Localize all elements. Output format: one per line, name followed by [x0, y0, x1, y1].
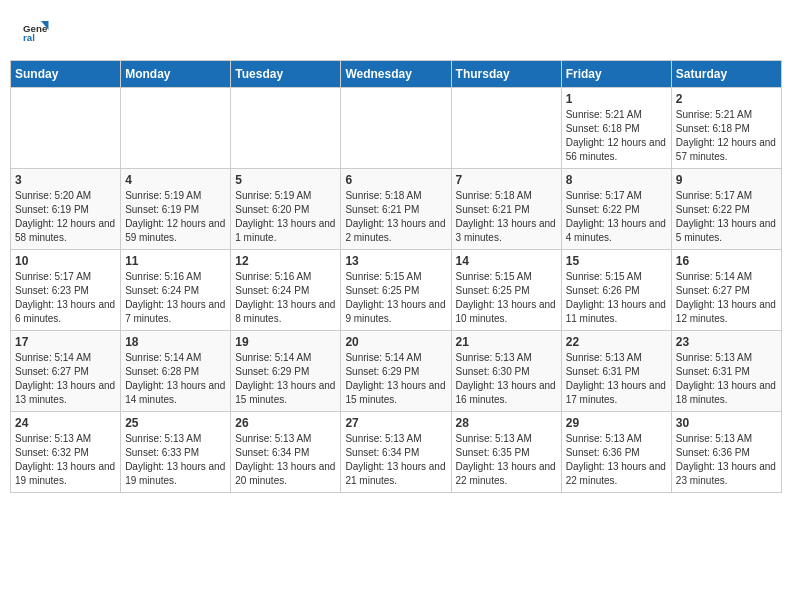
calendar-day-cell: 14Sunrise: 5:15 AM Sunset: 6:25 PM Dayli…: [451, 250, 561, 331]
day-number: 6: [345, 173, 446, 187]
calendar-day-cell: 11Sunrise: 5:16 AM Sunset: 6:24 PM Dayli…: [121, 250, 231, 331]
day-info: Sunrise: 5:15 AM Sunset: 6:25 PM Dayligh…: [456, 270, 557, 326]
calendar-day-cell: [121, 88, 231, 169]
day-number: 5: [235, 173, 336, 187]
calendar-day-cell: 15Sunrise: 5:15 AM Sunset: 6:26 PM Dayli…: [561, 250, 671, 331]
day-of-week-header: Tuesday: [231, 61, 341, 88]
day-of-week-header: Sunday: [11, 61, 121, 88]
calendar-day-cell: 20Sunrise: 5:14 AM Sunset: 6:29 PM Dayli…: [341, 331, 451, 412]
day-number: 13: [345, 254, 446, 268]
day-info: Sunrise: 5:18 AM Sunset: 6:21 PM Dayligh…: [345, 189, 446, 245]
day-info: Sunrise: 5:14 AM Sunset: 6:29 PM Dayligh…: [235, 351, 336, 407]
day-info: Sunrise: 5:14 AM Sunset: 6:28 PM Dayligh…: [125, 351, 226, 407]
calendar-day-cell: 13Sunrise: 5:15 AM Sunset: 6:25 PM Dayli…: [341, 250, 451, 331]
day-number: 12: [235, 254, 336, 268]
day-number: 24: [15, 416, 116, 430]
day-info: Sunrise: 5:21 AM Sunset: 6:18 PM Dayligh…: [676, 108, 777, 164]
calendar-day-cell: 28Sunrise: 5:13 AM Sunset: 6:35 PM Dayli…: [451, 412, 561, 493]
day-number: 16: [676, 254, 777, 268]
day-number: 14: [456, 254, 557, 268]
day-number: 29: [566, 416, 667, 430]
day-number: 26: [235, 416, 336, 430]
day-number: 17: [15, 335, 116, 349]
days-of-week-row: SundayMondayTuesdayWednesdayThursdayFrid…: [11, 61, 782, 88]
day-info: Sunrise: 5:15 AM Sunset: 6:26 PM Dayligh…: [566, 270, 667, 326]
day-info: Sunrise: 5:19 AM Sunset: 6:20 PM Dayligh…: [235, 189, 336, 245]
day-info: Sunrise: 5:14 AM Sunset: 6:27 PM Dayligh…: [15, 351, 116, 407]
calendar-week-row: 24Sunrise: 5:13 AM Sunset: 6:32 PM Dayli…: [11, 412, 782, 493]
day-number: 19: [235, 335, 336, 349]
calendar-day-cell: 9Sunrise: 5:17 AM Sunset: 6:22 PM Daylig…: [671, 169, 781, 250]
day-number: 21: [456, 335, 557, 349]
day-number: 10: [15, 254, 116, 268]
day-number: 1: [566, 92, 667, 106]
calendar-body: 1Sunrise: 5:21 AM Sunset: 6:18 PM Daylig…: [11, 88, 782, 493]
calendar-day-cell: 21Sunrise: 5:13 AM Sunset: 6:30 PM Dayli…: [451, 331, 561, 412]
calendar-day-cell: 10Sunrise: 5:17 AM Sunset: 6:23 PM Dayli…: [11, 250, 121, 331]
calendar-day-cell: 1Sunrise: 5:21 AM Sunset: 6:18 PM Daylig…: [561, 88, 671, 169]
day-of-week-header: Saturday: [671, 61, 781, 88]
day-number: 9: [676, 173, 777, 187]
day-number: 2: [676, 92, 777, 106]
day-number: 18: [125, 335, 226, 349]
page-header: Gene ral: [10, 10, 782, 50]
day-of-week-header: Friday: [561, 61, 671, 88]
calendar-day-cell: 23Sunrise: 5:13 AM Sunset: 6:31 PM Dayli…: [671, 331, 781, 412]
calendar-day-cell: [11, 88, 121, 169]
calendar-day-cell: 4Sunrise: 5:19 AM Sunset: 6:19 PM Daylig…: [121, 169, 231, 250]
day-number: 20: [345, 335, 446, 349]
calendar-header: SundayMondayTuesdayWednesdayThursdayFrid…: [11, 61, 782, 88]
logo-icon: Gene ral: [20, 15, 50, 45]
calendar-day-cell: 16Sunrise: 5:14 AM Sunset: 6:27 PM Dayli…: [671, 250, 781, 331]
day-info: Sunrise: 5:15 AM Sunset: 6:25 PM Dayligh…: [345, 270, 446, 326]
day-number: 11: [125, 254, 226, 268]
day-info: Sunrise: 5:13 AM Sunset: 6:34 PM Dayligh…: [345, 432, 446, 488]
calendar-day-cell: 26Sunrise: 5:13 AM Sunset: 6:34 PM Dayli…: [231, 412, 341, 493]
day-info: Sunrise: 5:13 AM Sunset: 6:36 PM Dayligh…: [676, 432, 777, 488]
calendar-day-cell: 18Sunrise: 5:14 AM Sunset: 6:28 PM Dayli…: [121, 331, 231, 412]
calendar-day-cell: 27Sunrise: 5:13 AM Sunset: 6:34 PM Dayli…: [341, 412, 451, 493]
day-number: 15: [566, 254, 667, 268]
calendar-day-cell: 5Sunrise: 5:19 AM Sunset: 6:20 PM Daylig…: [231, 169, 341, 250]
day-of-week-header: Wednesday: [341, 61, 451, 88]
day-info: Sunrise: 5:18 AM Sunset: 6:21 PM Dayligh…: [456, 189, 557, 245]
day-info: Sunrise: 5:16 AM Sunset: 6:24 PM Dayligh…: [125, 270, 226, 326]
day-info: Sunrise: 5:19 AM Sunset: 6:19 PM Dayligh…: [125, 189, 226, 245]
day-info: Sunrise: 5:13 AM Sunset: 6:33 PM Dayligh…: [125, 432, 226, 488]
day-info: Sunrise: 5:16 AM Sunset: 6:24 PM Dayligh…: [235, 270, 336, 326]
calendar-day-cell: [341, 88, 451, 169]
calendar-week-row: 1Sunrise: 5:21 AM Sunset: 6:18 PM Daylig…: [11, 88, 782, 169]
day-info: Sunrise: 5:17 AM Sunset: 6:22 PM Dayligh…: [676, 189, 777, 245]
calendar-day-cell: 25Sunrise: 5:13 AM Sunset: 6:33 PM Dayli…: [121, 412, 231, 493]
calendar-table: SundayMondayTuesdayWednesdayThursdayFrid…: [10, 60, 782, 493]
calendar-week-row: 3Sunrise: 5:20 AM Sunset: 6:19 PM Daylig…: [11, 169, 782, 250]
day-info: Sunrise: 5:13 AM Sunset: 6:31 PM Dayligh…: [676, 351, 777, 407]
day-info: Sunrise: 5:20 AM Sunset: 6:19 PM Dayligh…: [15, 189, 116, 245]
calendar-day-cell: 24Sunrise: 5:13 AM Sunset: 6:32 PM Dayli…: [11, 412, 121, 493]
day-number: 8: [566, 173, 667, 187]
calendar-week-row: 10Sunrise: 5:17 AM Sunset: 6:23 PM Dayli…: [11, 250, 782, 331]
day-number: 30: [676, 416, 777, 430]
day-number: 25: [125, 416, 226, 430]
calendar-day-cell: 2Sunrise: 5:21 AM Sunset: 6:18 PM Daylig…: [671, 88, 781, 169]
calendar-day-cell: 19Sunrise: 5:14 AM Sunset: 6:29 PM Dayli…: [231, 331, 341, 412]
day-info: Sunrise: 5:13 AM Sunset: 6:32 PM Dayligh…: [15, 432, 116, 488]
day-of-week-header: Thursday: [451, 61, 561, 88]
day-info: Sunrise: 5:14 AM Sunset: 6:29 PM Dayligh…: [345, 351, 446, 407]
day-info: Sunrise: 5:13 AM Sunset: 6:31 PM Dayligh…: [566, 351, 667, 407]
day-number: 22: [566, 335, 667, 349]
day-number: 28: [456, 416, 557, 430]
day-info: Sunrise: 5:13 AM Sunset: 6:36 PM Dayligh…: [566, 432, 667, 488]
calendar-day-cell: 7Sunrise: 5:18 AM Sunset: 6:21 PM Daylig…: [451, 169, 561, 250]
calendar-day-cell: 17Sunrise: 5:14 AM Sunset: 6:27 PM Dayli…: [11, 331, 121, 412]
calendar-week-row: 17Sunrise: 5:14 AM Sunset: 6:27 PM Dayli…: [11, 331, 782, 412]
day-info: Sunrise: 5:13 AM Sunset: 6:35 PM Dayligh…: [456, 432, 557, 488]
day-number: 3: [15, 173, 116, 187]
calendar-day-cell: 30Sunrise: 5:13 AM Sunset: 6:36 PM Dayli…: [671, 412, 781, 493]
day-info: Sunrise: 5:13 AM Sunset: 6:30 PM Dayligh…: [456, 351, 557, 407]
day-number: 23: [676, 335, 777, 349]
calendar-day-cell: 6Sunrise: 5:18 AM Sunset: 6:21 PM Daylig…: [341, 169, 451, 250]
day-info: Sunrise: 5:17 AM Sunset: 6:22 PM Dayligh…: [566, 189, 667, 245]
svg-text:ral: ral: [23, 32, 35, 43]
logo: Gene ral: [20, 15, 54, 45]
